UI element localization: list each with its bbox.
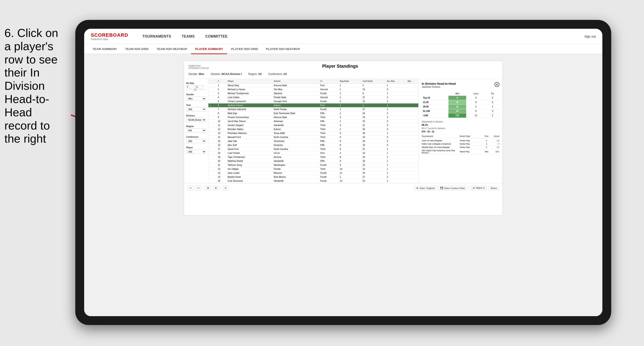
table-row[interactable]: 15 Jake Hall Tennessee Fifth 6 26 0 — [208, 139, 418, 143]
table-row[interactable]: 11 Gordon Sargent Vanderbilt Third 4 21 … — [208, 123, 418, 127]
row-no-rds: 2 — [386, 175, 406, 179]
opponents-value: 98.1% — [422, 124, 428, 126]
player-select[interactable]: (All) — [186, 150, 206, 154]
share-button[interactable]: Share — [488, 186, 499, 190]
row-player: Michael Thorbjornsen — [226, 92, 272, 96]
year-select[interactable]: (All) — [186, 107, 206, 111]
tab-player-summary[interactable]: PLAYER SUMMARY — [191, 44, 227, 54]
eye-icon: 👁 — [472, 187, 475, 189]
row-indicator — [208, 147, 216, 151]
h2h-close-button[interactable]: × — [494, 82, 500, 87]
redo-button[interactable]: ↪ — [195, 185, 201, 190]
row-school: Arkansas — [272, 119, 319, 123]
table-row[interactable]: ▶ 6 Jackson Koivun Auburn First 1 1 1 — [208, 103, 418, 107]
h2h-row-loss: 3 — [466, 96, 486, 100]
tour-pos: 2 — [483, 146, 490, 148]
row-indicator — [208, 84, 216, 88]
tab-player-h2h-grid[interactable]: PLAYER H2H GRID — [227, 44, 262, 54]
table-row[interactable]: 10 Jacob Mac Diesen Arkansas Fifth 1 23 … — [208, 119, 418, 123]
tour-row: SEC Match Play hosted by Jerry Pate Roun… — [422, 149, 500, 155]
tab-team-summary[interactable]: TEAM SUMMARY — [88, 44, 121, 54]
row-player: Bastien Amat — [226, 175, 272, 179]
table-row[interactable]: 9 Preston Summerhays Arizona State Third… — [208, 115, 418, 119]
table-row[interactable]: 1 Wenyi Ding Arizona State First 1 1 1 — [208, 84, 418, 88]
table-row[interactable]: 22 Ian Gilligan Florida Third 10 24 1 — [208, 167, 418, 171]
table-row[interactable]: 2 Michael La Sasse Ole Miss Second 1 19 … — [208, 88, 418, 92]
row-reg-rank: 1 — [338, 92, 361, 96]
toolbar-divider-2 — [220, 186, 221, 190]
col-yr: Yr — [319, 79, 338, 84]
table-row[interactable]: 5 Christo Lamprecht Georgia Tech Fourth … — [208, 100, 418, 103]
col-win: Win — [406, 79, 418, 84]
undo-button[interactable]: ↩ — [188, 185, 194, 190]
region-select[interactable]: N/A — [186, 129, 206, 133]
conference-select[interactable]: (All) — [186, 139, 206, 143]
row-num: 1 — [216, 84, 226, 88]
table-row[interactable]: 20 Matthew Riedel Vanderbilt Fifth 4 18 … — [208, 159, 418, 163]
tablet-screen: SCOREBOARD Powered by clippi TOURNAMENTS… — [84, 29, 602, 316]
tab-player-h2h-heatmap[interactable]: PLAYER H2H HEATMAP — [262, 44, 304, 54]
row-player: Nicholas Gabrelcik — [226, 107, 272, 111]
gender-select[interactable]: Men Women — [186, 97, 206, 101]
sign-out-button[interactable]: Sign out — [584, 35, 596, 38]
row-no-rds: 1 — [386, 131, 406, 135]
row-yr: Fifth — [319, 143, 338, 147]
no-rds-filter: No Rds. — [186, 82, 206, 90]
tour-row: Amer Ari Intercollegiate Stroke Play 4 -… — [422, 139, 500, 142]
nav-item-committee[interactable]: COMMITTEE — [200, 29, 233, 44]
row-player: Ian Gilligan — [226, 167, 272, 171]
row-reg-rank: 8 — [338, 155, 361, 159]
table-row[interactable]: 21 Taehoon Song Washington Fourth 6 22 1 — [208, 163, 418, 167]
row-no-rds: 1 — [386, 179, 406, 183]
table-row[interactable]: 19 Tiger Christensen Arizona Third 8 23 … — [208, 155, 418, 159]
table-row[interactable]: 7 Nicholas Gabrelcik North Florida Fourt… — [208, 107, 418, 111]
row-yr: Fifth — [319, 139, 338, 143]
no-rds-max[interactable] — [195, 85, 204, 88]
nav-item-tournaments[interactable]: TOURNAMENTS — [137, 29, 176, 44]
row-indicator — [208, 123, 216, 127]
no-rds-min[interactable] — [186, 85, 195, 88]
table-row[interactable]: 16 Alex Goff Kentucky Fifth 8 19 0 — [208, 143, 418, 147]
table-row[interactable]: 23 Jack Lundin Missouri Fourth 11 24 1 — [208, 171, 418, 175]
paste-button[interactable]: ⊟ — [213, 185, 219, 190]
table-row[interactable]: 12 Brendan Valdes Auburn Third 1 26 0 — [208, 127, 418, 131]
refresh-button[interactable]: ↺ — [222, 185, 228, 190]
row-conf-rank: 27 — [361, 175, 386, 179]
tour-col-pos: Pos — [483, 135, 490, 137]
h2h-col-tie: Tie — [486, 92, 500, 96]
save-custom-button[interactable]: 💾 Save Custom View — [438, 185, 467, 190]
row-reg-rank: 12 — [338, 179, 361, 183]
tour-row: Fallon Oak Collegiate Invitational Strok… — [422, 142, 500, 146]
row-no-rds: 2 — [386, 155, 406, 159]
table-row[interactable]: 8 Mats Ege East Tennessee State Fifth 1 … — [208, 111, 418, 115]
tab-team-h2h-heatmap[interactable]: TEAM H2H HEATMAP — [152, 44, 191, 54]
toolbar-divider-3 — [468, 186, 469, 190]
table-row[interactable]: 14 Maxwell Ford North Carolina Third 6 2… — [208, 135, 418, 139]
row-win — [406, 111, 418, 115]
view-original-button[interactable]: 👁 View: Original — [414, 186, 436, 190]
h2h-col-range — [422, 92, 448, 96]
h2h-row-loss: 4 — [466, 105, 486, 109]
table-row[interactable]: 3 Michael Thorbjornsen Stanford Fourth 1… — [208, 92, 418, 96]
nav-item-teams[interactable]: TEAMS — [176, 29, 200, 44]
watch-button[interactable]: 👁 Watch ▾ — [470, 185, 487, 190]
row-indicator — [208, 171, 216, 175]
table-row[interactable]: 17 David Ford North Carolina Third 6 21 … — [208, 147, 418, 151]
table-row[interactable]: 24 Bastien Amat New Mexico Fourth 1 27 2 — [208, 175, 418, 179]
row-reg-rank: 6 — [338, 139, 361, 143]
row-win — [406, 123, 418, 127]
row-num: 5 — [216, 100, 226, 103]
row-player: Gordon Sargent — [226, 123, 272, 127]
row-school: Texas A&M — [272, 131, 319, 135]
table-row[interactable]: 4 Luke Claton Florida State Second 1 27 … — [208, 96, 418, 100]
table-row[interactable]: 25 Cole Sherwood Vanderbilt Fourth 12 23… — [208, 179, 418, 183]
row-school: Missouri — [272, 171, 319, 175]
copy-button[interactable]: ⊞ — [205, 185, 211, 190]
table-row[interactable]: 18 Luke Powell UCLA First 4 24 1 — [208, 151, 418, 155]
row-indicator — [208, 88, 216, 92]
tab-team-h2h-grid[interactable]: TEAM H2H GRID — [121, 44, 152, 54]
row-player: Mats Ege — [226, 111, 272, 115]
h2h-row-loss: 11 — [466, 113, 486, 118]
division-select[interactable]: NCAA Division I — [186, 118, 206, 122]
table-row[interactable]: 13 Phichaksn Maichon Texas A&M Third 6 3… — [208, 131, 418, 135]
